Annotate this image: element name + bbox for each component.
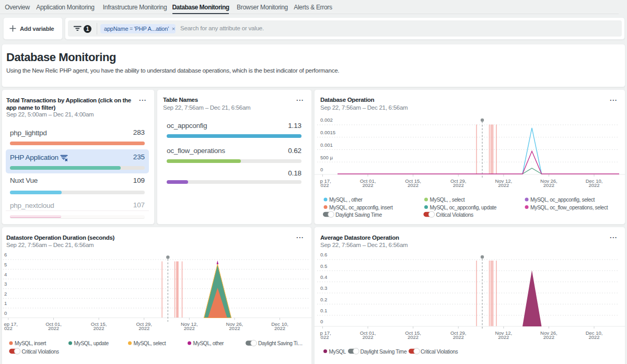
svg-text:0.0015: 0.0015 xyxy=(320,130,335,135)
svg-text:2022: 2022 xyxy=(94,325,104,331)
svg-text:2022: 2022 xyxy=(453,182,464,188)
svg-text:Daylight Saving Time: Daylight Saving Time xyxy=(335,212,382,218)
svg-text:MySQL: MySQL xyxy=(329,349,346,355)
svg-text:0.4: 0.4 xyxy=(320,274,327,280)
svg-text:0.6: 0.6 xyxy=(320,252,327,257)
svg-text:Critical Violations: Critical Violations xyxy=(436,212,474,218)
svg-text:MySQL, select: MySQL, select xyxy=(134,340,166,346)
svg-text:0.001: 0.001 xyxy=(320,142,333,148)
svg-text:5: 5 xyxy=(4,262,7,267)
svg-text:2022: 2022 xyxy=(498,334,509,340)
svg-text:2022: 2022 xyxy=(229,325,240,331)
svg-text:MySQL, oc_appconfig, select: MySQL, oc_appconfig, select xyxy=(530,197,595,203)
svg-text:2022: 2022 xyxy=(453,334,464,340)
svg-text:2022: 2022 xyxy=(274,325,285,331)
svg-text:022: 022 xyxy=(321,334,329,340)
svg-text:4: 4 xyxy=(4,272,7,277)
svg-text:0.2: 0.2 xyxy=(320,297,327,302)
svg-text:0.1: 0.1 xyxy=(320,308,327,313)
svg-text:0: 0 xyxy=(320,319,323,324)
svg-text:2022: 2022 xyxy=(48,325,59,331)
svg-text:MySQL, , select: MySQL, , select xyxy=(430,197,465,203)
svg-text:022: 022 xyxy=(4,325,13,331)
svg-text:022: 022 xyxy=(321,182,329,188)
svg-text:Critical Violations: Critical Violations xyxy=(22,349,60,355)
svg-text:2022: 2022 xyxy=(543,334,554,340)
svg-text:MySQL, update: MySQL, update xyxy=(74,340,109,346)
svg-text:Daylight Saving Ti…: Daylight Saving Ti… xyxy=(258,340,303,346)
svg-text:MySQL, oc_appconfig, update: MySQL, oc_appconfig, update xyxy=(430,205,497,210)
svg-text:MySQL, insert: MySQL, insert xyxy=(15,340,47,346)
svg-text:0.002: 0.002 xyxy=(320,117,333,123)
svg-text:2022: 2022 xyxy=(588,182,599,188)
svg-text:MySQL, other: MySQL, other xyxy=(193,340,225,346)
svg-text:6: 6 xyxy=(4,252,7,257)
svg-text:2022: 2022 xyxy=(362,334,373,340)
svg-text:2022: 2022 xyxy=(588,334,599,340)
svg-text:0.5: 0.5 xyxy=(320,263,327,269)
svg-text:3: 3 xyxy=(4,281,7,287)
svg-text:0.3: 0.3 xyxy=(320,285,327,291)
svg-text:MySQL, oc_appconfig, insert: MySQL, oc_appconfig, insert xyxy=(329,205,393,210)
svg-text:Critical Violations: Critical Violations xyxy=(421,349,458,355)
svg-text:Daylight Saving Time: Daylight Saving Time xyxy=(361,349,407,355)
svg-text:2022: 2022 xyxy=(543,182,554,188)
svg-text:0: 0 xyxy=(4,310,7,316)
svg-text:2022: 2022 xyxy=(138,325,149,331)
svg-text:2022: 2022 xyxy=(498,182,509,188)
svg-text:2022: 2022 xyxy=(184,325,195,331)
svg-text:0: 0 xyxy=(320,167,323,172)
svg-text:MySQL, oc_flow_operations, sel: MySQL, oc_flow_operations, select xyxy=(530,205,608,210)
svg-text:2022: 2022 xyxy=(408,334,419,340)
svg-text:2022: 2022 xyxy=(362,182,373,188)
svg-text:1: 1 xyxy=(4,300,7,306)
svg-text:MySQL, , other: MySQL, , other xyxy=(329,197,363,203)
svg-text:500 µ: 500 µ xyxy=(320,155,333,160)
svg-text:2022: 2022 xyxy=(408,182,419,188)
svg-text:2: 2 xyxy=(4,291,7,297)
